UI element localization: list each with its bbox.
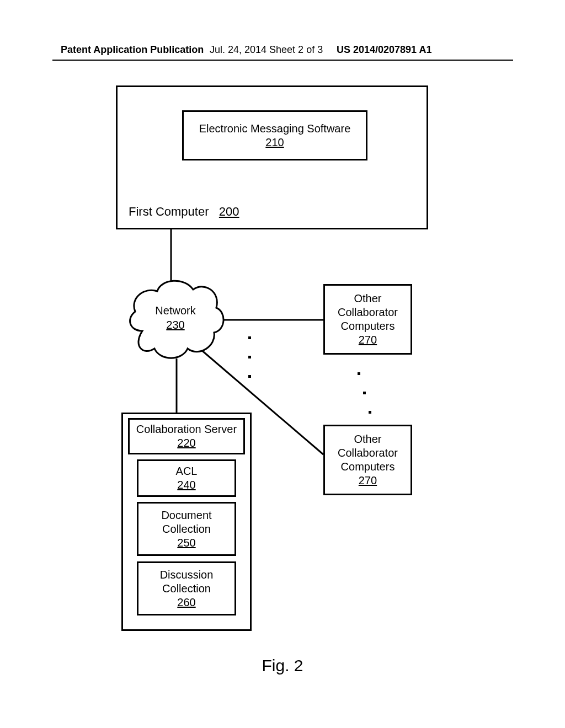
other-bottom-label: Other Collaborator Computers: [325, 432, 411, 474]
disc-coll-label-block: Discussion Collection 260: [138, 568, 234, 609]
doc-coll-label-block: Document Collection 250: [138, 508, 234, 550]
messaging-software-box: Electronic Messaging Software 210: [182, 110, 367, 160]
page-header: Patent Application Publication Jul. 24, …: [0, 44, 565, 61]
network-label: Network: [155, 304, 196, 317]
messaging-label-block: Electronic Messaging Software 210: [184, 122, 366, 149]
acl-label-block: ACL 240: [138, 464, 234, 492]
doc-coll-label: Document Collection: [138, 508, 234, 536]
collab-server-label-block: Collaboration Server 220: [130, 422, 243, 450]
discussion-collection-box: Discussion Collection 260: [137, 561, 236, 615]
other-top-label-block: Other Collaborator Computers 270: [325, 292, 411, 347]
header-left: Patent Application Publication: [61, 44, 204, 56]
ellipsis-mid-1: [248, 336, 251, 339]
other-top-ref: 270: [325, 333, 411, 347]
first-computer-text: First Computer: [129, 205, 209, 218]
ellipsis-right-3: [369, 411, 371, 414]
first-computer-label: First Computer 200: [129, 204, 239, 220]
other-top-label: Other Collaborator Computers: [325, 292, 411, 333]
doc-collection-box: Document Collection 250: [137, 502, 236, 556]
other-collab-bottom-box: Other Collaborator Computers 270: [323, 425, 412, 495]
header-right: US 2014/0207891 A1: [337, 44, 431, 56]
messaging-label: Electronic Messaging Software: [184, 122, 366, 136]
acl-ref: 240: [138, 478, 234, 492]
acl-box: ACL 240: [137, 459, 236, 497]
ellipsis-mid-2: [248, 356, 251, 358]
first-computer-ref: 200: [219, 205, 239, 218]
network-ref: 230: [166, 319, 184, 331]
disc-coll-ref: 260: [138, 596, 234, 609]
messaging-ref: 210: [184, 136, 366, 149]
header-mid: Jul. 24, 2014 Sheet 2 of 3: [210, 44, 323, 56]
collab-server-label: Collaboration Server: [130, 422, 243, 436]
other-collab-top-box: Other Collaborator Computers 270: [323, 284, 412, 355]
other-bottom-ref: 270: [325, 474, 411, 488]
collab-server-ref: 220: [130, 436, 243, 450]
disc-coll-label: Discussion Collection: [138, 568, 234, 596]
page: Patent Application Publication Jul. 24, …: [0, 0, 565, 728]
ellipsis-right-1: [358, 372, 360, 375]
header-rule: [52, 60, 513, 61]
acl-label: ACL: [138, 464, 234, 478]
collab-server-box: Collaboration Server 220: [128, 418, 245, 454]
ellipsis-mid-3: [248, 375, 251, 378]
figure-caption: Fig. 2: [0, 656, 565, 675]
other-bottom-label-block: Other Collaborator Computers 270: [325, 432, 411, 488]
doc-coll-ref: 250: [138, 536, 234, 550]
ellipsis-right-2: [363, 392, 366, 394]
